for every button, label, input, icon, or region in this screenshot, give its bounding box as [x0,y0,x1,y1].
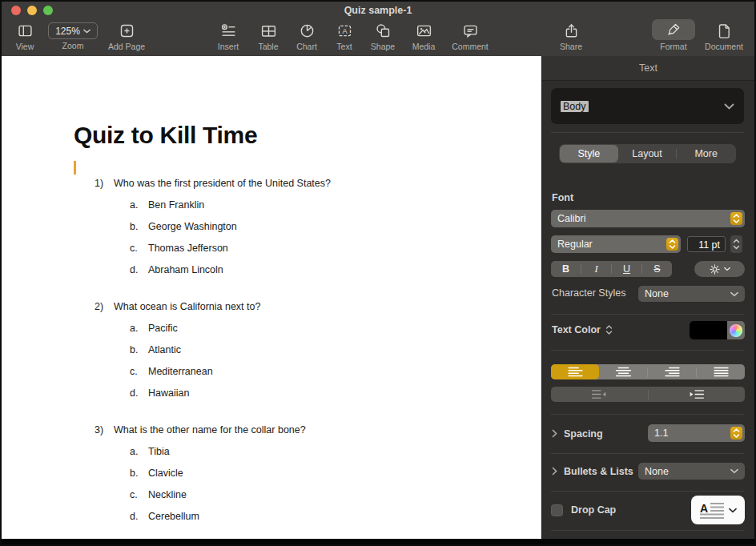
question-line[interactable]: 2)What ocean is California next to? [74,296,331,318]
option-line[interactable]: d.Hawaiian [74,383,331,404]
document-button[interactable]: Document [696,21,752,51]
advanced-font-options-button[interactable] [694,261,745,277]
spacing-select[interactable]: 1.1 [648,424,745,442]
comment-icon [462,21,479,40]
chart-icon [299,21,316,40]
zoom-select[interactable]: 125% [48,22,98,39]
question-line[interactable]: 1)Who was the first president of the Uni… [74,173,331,195]
font-typeface-value: Regular [557,239,593,250]
align-right-button[interactable] [648,364,696,379]
minimize-button[interactable] [27,6,37,15]
chevron-down-icon [724,267,730,271]
shape-icon [375,21,392,40]
text-color-label: Text Color [552,324,613,335]
insert-label: Insert [218,42,239,51]
add-page-icon [119,21,135,40]
question-line[interactable]: 3)What is the other name for the collar … [74,420,331,441]
bullets-dropdown[interactable]: None [638,463,745,480]
option-text: George Washington [148,216,237,238]
format-label: Format [660,42,686,51]
option-letter: b. [130,339,148,361]
zoom-control[interactable]: 125% Zoom [45,21,101,50]
color-picker-button[interactable] [727,321,745,339]
view-icon [17,21,34,40]
bold-button[interactable]: B [551,261,581,277]
chevron-down-icon [83,29,90,34]
align-left-button[interactable] [551,364,599,379]
question-text: What ocean is California next to? [114,296,260,318]
color-wheel-icon [730,324,742,337]
tab-style[interactable]: Style [560,145,618,163]
option-line[interactable]: a.Ben Franklin [74,195,331,216]
strikethrough-button[interactable]: S [642,261,672,277]
paragraph-style-dropdown[interactable]: Body [551,88,744,124]
underline-button[interactable]: U [612,261,641,277]
style-tabs: Style Layout More [559,144,736,163]
option-line[interactable]: c.Neckline [74,484,331,506]
option-line[interactable]: c.Thomas Jefferson [74,238,331,259]
close-button[interactable] [11,6,21,15]
document-page[interactable]: Quiz to Kill Time 1)Who was the first pr… [2,56,541,539]
character-styles-dropdown[interactable]: None [638,286,745,302]
option-letter: a. [130,441,148,463]
font-typeface-select[interactable]: Regular [551,235,681,253]
spacing-label: Spacing [564,428,603,440]
chevron-down-icon [730,291,738,297]
share-button[interactable]: Share [543,21,599,51]
text-color-swatch[interactable] [690,321,745,339]
text-icon: A [336,21,353,40]
add-page-button[interactable]: Add Page [99,21,155,51]
option-text: Ben Franklin [148,195,204,216]
font-size-field[interactable]: 11 pt [687,236,726,252]
sidebar-title: Text [542,56,754,81]
font-size-stepper[interactable] [730,235,742,253]
zoom-value: 125% [55,26,80,37]
option-text: Tibia [148,441,170,463]
tab-layout[interactable]: Layout [618,145,677,163]
paragraph-style-value: Body [561,101,589,112]
option-line[interactable]: d.Abraham Lincoln [74,259,331,281]
font-family-select[interactable]: Calibri [551,210,745,227]
spacing-value: 1.1 [654,428,668,439]
text-color-label-text: Text Color [552,324,601,335]
format-button[interactable]: Format [645,21,702,51]
share-label: Share [560,42,582,51]
option-text: Cerebellum [148,506,199,528]
insert-icon [220,21,237,40]
option-letter: b. [130,463,148,484]
option-text: Thomas Jefferson [148,238,228,259]
question-list[interactable]: 1)Who was the first president of the Uni… [74,173,331,528]
italic-button[interactable]: I [581,261,611,277]
option-line[interactable]: a.Pacific [74,318,331,339]
decrease-indent-button[interactable] [551,387,648,402]
document-heading[interactable]: Quiz to Kill Time [74,122,257,149]
gear-icon [709,263,721,275]
comment-button[interactable]: Comment [442,21,498,51]
align-justify-button[interactable] [697,364,745,379]
font-style-buttons: B I U S [551,261,672,277]
alignment-buttons [551,364,745,379]
drop-cap-icon: A [699,500,725,520]
chevron-down-icon [724,103,734,110]
align-center-button[interactable] [599,364,647,379]
option-line[interactable]: d.Cerebellum [74,506,331,528]
bullets-disclosure[interactable] [552,467,557,478]
option-line[interactable]: b.Atlantic [74,339,331,361]
option-line[interactable]: a.Tibia [74,441,331,463]
divider [551,414,744,415]
option-line[interactable]: b.Clavicle [74,463,331,484]
fullscreen-button[interactable] [43,6,53,15]
increase-indent-button[interactable] [649,387,746,402]
option-line[interactable]: b.George Washington [74,216,331,238]
traffic-lights [11,6,53,15]
drop-cap-checkbox[interactable] [551,504,563,516]
indent-buttons [551,387,745,402]
spacing-disclosure[interactable] [552,429,557,440]
font-section-label: Font [552,192,573,203]
svg-text:A: A [700,502,708,515]
question-number: 3) [94,420,114,441]
tab-more[interactable]: More [677,145,735,163]
drop-cap-style-button[interactable]: A [691,496,745,524]
option-text: Atlantic [148,339,181,361]
option-line[interactable]: c.Mediterranean [74,361,331,383]
